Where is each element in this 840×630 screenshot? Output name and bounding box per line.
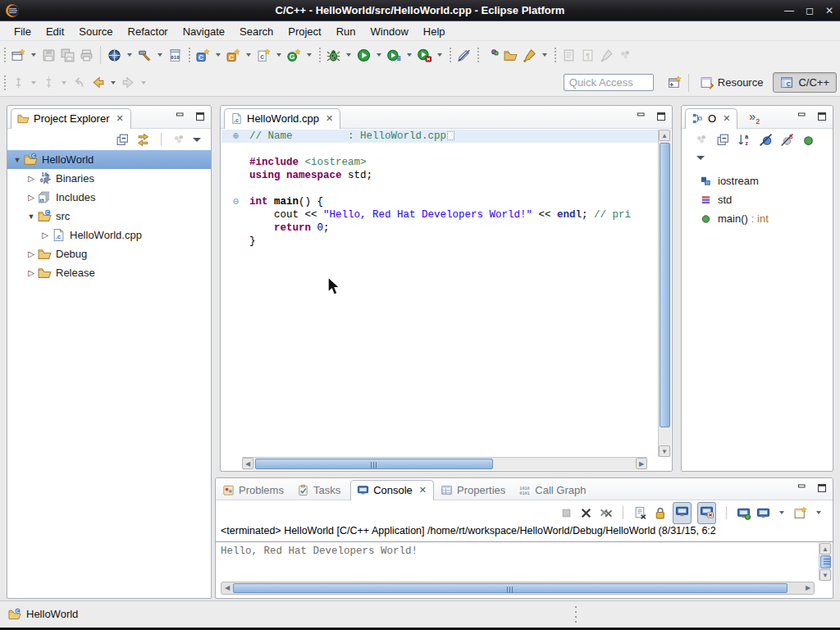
coverage-dropdown[interactable]	[437, 53, 442, 57]
run-dropdown[interactable]	[377, 53, 381, 57]
close-outline-icon[interactable]: ✕	[723, 113, 730, 124]
pin-console-button[interactable]	[737, 506, 751, 520]
new-code-dropdown[interactable]	[307, 53, 312, 57]
annotate-dropdown[interactable]	[542, 53, 547, 57]
menu-edit[interactable]: Edit	[39, 24, 71, 39]
tree-row-debug[interactable]: ▷Debug	[7, 244, 211, 263]
show-stdout-toggle[interactable]	[673, 502, 692, 524]
maximize-view-button[interactable]	[194, 111, 206, 122]
code-line[interactable]: #include <iostream>	[221, 156, 658, 169]
menu-refactor[interactable]: Refactor	[121, 24, 176, 39]
new-c-file-dropdown[interactable]	[276, 53, 281, 57]
collapse-arrow-icon[interactable]: ▼	[25, 212, 38, 221]
sort-button[interactable]: az	[737, 133, 751, 147]
code-line[interactable]: using namespace std;	[221, 169, 658, 182]
code-line[interactable]: return 0;	[221, 221, 658, 235]
hide-non-public-button[interactable]	[801, 133, 815, 147]
display-console-dropdown[interactable]	[779, 511, 784, 514]
scroll-lock-button[interactable]	[653, 506, 667, 520]
menu-search[interactable]: Search	[232, 24, 281, 39]
new-c-file-button[interactable]: c	[254, 46, 273, 65]
minimize-window-button[interactable]: —	[784, 5, 794, 16]
close-editor-icon[interactable]: ✕	[326, 113, 333, 124]
minimize-view-button[interactable]	[175, 111, 186, 122]
new-wizard-button[interactable]	[9, 46, 28, 65]
view-stack-overflow[interactable]: »2	[749, 110, 760, 128]
launch-dropdown[interactable]	[127, 53, 132, 57]
editor-tab-helloworld[interactable]: .c HelloWorld.cpp ✕	[224, 108, 340, 129]
run-button[interactable]	[354, 46, 373, 65]
profile-button[interactable]	[385, 46, 404, 65]
code-line[interactable]: ⊖int main() {	[221, 195, 658, 208]
debug-button[interactable]	[324, 46, 343, 65]
minimize-editor-button[interactable]	[636, 111, 647, 122]
console-area-tab-properties[interactable]: Properties	[434, 481, 512, 500]
console-area-tab-console[interactable]: Console✕	[350, 480, 434, 500]
menu-navigate[interactable]: Navigate	[176, 24, 232, 39]
tree-row-release[interactable]: ▷Release	[7, 263, 211, 282]
code-line[interactable]: ⊕// Name : HelloWorld.cpp	[221, 130, 658, 143]
expand-arrow-icon[interactable]: ▷	[25, 268, 38, 277]
tree-row-includes[interactable]: ▷hIncludes	[7, 188, 211, 207]
code-line[interactable]: cout << "Hello, Red Hat Developers World…	[221, 208, 658, 221]
close-view-icon[interactable]: ✕	[116, 113, 123, 124]
back-dropdown[interactable]	[111, 81, 116, 84]
editor-vertical-scrollbar[interactable]: ▲ ▼	[658, 130, 671, 457]
new-c-project-dropdown[interactable]	[216, 53, 221, 57]
clear-console-button[interactable]	[633, 506, 647, 520]
hide-static-members-button[interactable]: S	[780, 133, 794, 147]
save-button[interactable]	[39, 46, 58, 65]
maximize-console-button[interactable]	[816, 482, 828, 494]
console-area-tab-call-graph[interactable]: 10100101Call Graph	[512, 481, 592, 500]
perspective-resource-button[interactable]: Resource	[693, 73, 770, 92]
binary-button[interactable]: 010	[166, 46, 185, 65]
outline-collapse-all-button[interactable]	[716, 133, 730, 147]
tree-row-binaries[interactable]: ▷1001Binaries	[7, 169, 211, 188]
close-console-tab-icon[interactable]: ✕	[419, 485, 427, 495]
expand-arrow-icon[interactable]: ▷	[39, 231, 52, 240]
minimize-outline-button[interactable]	[797, 111, 808, 122]
editor-horizontal-scrollbar[interactable]: ◀ ▶	[242, 457, 647, 470]
link-with-editor-button[interactable]	[136, 133, 150, 147]
view-menu-button[interactable]	[193, 138, 201, 142]
tree-row-helloworld-cpp[interactable]: ▷.cHelloWorld.cpp	[7, 226, 211, 244]
coverage-button[interactable]	[415, 46, 434, 65]
menu-project[interactable]: Project	[281, 24, 328, 39]
collapse-all-button[interactable]	[116, 133, 130, 147]
expand-arrow-icon[interactable]: ▷	[25, 249, 38, 258]
perspective-cpp-button[interactable]: C C/C++	[773, 72, 837, 93]
folded-region-indicator[interactable]	[447, 131, 454, 140]
launch-target-button[interactable]	[105, 46, 124, 65]
mark-occurrences-button[interactable]	[454, 46, 473, 65]
outline-view-menu-button[interactable]	[696, 156, 705, 160]
outline-tab[interactable]: O ✕	[685, 108, 737, 129]
close-window-button[interactable]: ✕	[825, 5, 833, 16]
tree-row-src[interactable]: ▼Csrc	[7, 207, 211, 226]
tree-row-helloworld[interactable]: ▼CHelloWorld	[7, 150, 211, 169]
console-area-tab-tasks[interactable]: Tasks	[290, 481, 347, 500]
outline-item-iostream[interactable]: iostream	[682, 171, 833, 190]
menu-run[interactable]: Run	[329, 24, 363, 39]
expand-arrow-icon[interactable]: ▷	[25, 193, 38, 202]
console-vertical-scrollbar[interactable]: ▲ ▼	[819, 543, 832, 581]
open-console-button[interactable]	[793, 506, 807, 520]
show-stderr-toggle[interactable]	[697, 502, 716, 524]
new-code-button[interactable]: G	[285, 46, 304, 65]
outline-item-main-[interactable]: main() : int	[682, 209, 833, 228]
collapse-arrow-icon[interactable]: ▼	[11, 156, 24, 164]
export-button[interactable]	[501, 46, 520, 65]
fold-collapse-icon[interactable]: ⊖	[233, 195, 246, 208]
open-perspective-button[interactable]	[665, 73, 684, 92]
fold-expand-icon[interactable]: ⊕	[233, 130, 246, 143]
remove-all-terminated-button[interactable]	[599, 506, 613, 520]
menu-source[interactable]: Source	[71, 24, 120, 39]
console-output[interactable]: Hello, Red Hat Developers World!	[217, 543, 819, 581]
maximize-outline-button[interactable]	[816, 111, 828, 122]
menu-help[interactable]: Help	[416, 24, 453, 39]
back-button[interactable]	[89, 73, 107, 92]
menu-window[interactable]: Window	[363, 24, 416, 39]
save-all-button[interactable]	[58, 46, 77, 65]
maximize-editor-button[interactable]	[655, 111, 667, 122]
maximize-window-button[interactable]: ◻	[806, 5, 814, 16]
console-horizontal-scrollbar[interactable]: ◀ ▶	[221, 582, 815, 595]
